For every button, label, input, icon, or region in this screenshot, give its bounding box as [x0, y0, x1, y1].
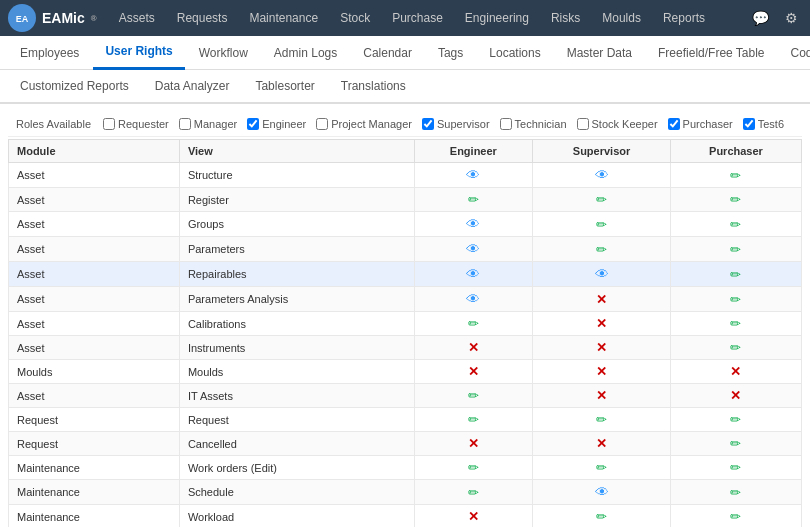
role-engineer[interactable]: Engineer — [247, 118, 306, 130]
tab-admin-logs[interactable]: Admin Logs — [262, 36, 349, 70]
pencil-icon[interactable]: ✏ — [596, 192, 607, 207]
eye-icon[interactable]: 👁 — [466, 241, 480, 257]
role-test6[interactable]: Test6 — [743, 118, 784, 130]
role-requester-checkbox[interactable] — [103, 118, 115, 130]
cross-icon[interactable]: ✕ — [596, 316, 607, 331]
role-purchaser[interactable]: Purchaser — [668, 118, 733, 130]
pencil-icon[interactable]: ✏ — [730, 412, 741, 427]
cross-icon[interactable]: ✕ — [596, 436, 607, 451]
subnav-tablesorter[interactable]: Tablesorter — [243, 71, 326, 101]
role-engineer-checkbox[interactable] — [247, 118, 259, 130]
tab-tags[interactable]: Tags — [426, 36, 475, 70]
nav-engineering[interactable]: Engineering — [455, 5, 539, 31]
pencil-icon[interactable]: ✏ — [730, 292, 741, 307]
role-technician-label: Technician — [515, 118, 567, 130]
nav-purchase[interactable]: Purchase — [382, 5, 453, 31]
tab-master-data[interactable]: Master Data — [555, 36, 644, 70]
cell-supervisor: 👁 — [533, 262, 671, 287]
pencil-icon[interactable]: ✏ — [730, 316, 741, 331]
pencil-icon[interactable]: ✏ — [730, 217, 741, 232]
chat-icon[interactable]: 💬 — [748, 6, 773, 30]
role-test6-checkbox[interactable] — [743, 118, 755, 130]
eye-icon[interactable]: 👁 — [595, 484, 609, 500]
logo[interactable]: EA EAMic® — [8, 4, 97, 32]
tab-employees[interactable]: Employees — [8, 36, 91, 70]
subnav-customized-reports[interactable]: Customized Reports — [8, 71, 141, 101]
role-supervisor-checkbox[interactable] — [422, 118, 434, 130]
eye-icon[interactable]: 👁 — [466, 266, 480, 282]
pencil-icon[interactable]: ✏ — [596, 242, 607, 257]
pencil-icon[interactable]: ✏ — [730, 192, 741, 207]
cell-supervisor: ✕ — [533, 384, 671, 408]
nav-maintenance[interactable]: Maintenance — [239, 5, 328, 31]
tab-workflow[interactable]: Workflow — [187, 36, 260, 70]
nav-assets[interactable]: Assets — [109, 5, 165, 31]
cross-icon[interactable]: ✕ — [468, 364, 479, 379]
pencil-icon[interactable]: ✏ — [730, 436, 741, 451]
cross-icon[interactable]: ✕ — [596, 340, 607, 355]
pencil-icon[interactable]: ✏ — [596, 509, 607, 524]
tab-locations[interactable]: Locations — [477, 36, 552, 70]
cross-icon[interactable]: ✕ — [730, 364, 741, 379]
pencil-icon[interactable]: ✏ — [596, 460, 607, 475]
cross-icon[interactable]: ✕ — [596, 364, 607, 379]
pencil-icon[interactable]: ✏ — [468, 192, 479, 207]
role-project-manager-checkbox[interactable] — [316, 118, 328, 130]
cross-icon[interactable]: ✕ — [596, 388, 607, 403]
eye-icon[interactable]: 👁 — [466, 167, 480, 183]
pencil-icon[interactable]: ✏ — [468, 460, 479, 475]
eye-icon[interactable]: 👁 — [466, 216, 480, 232]
col-purchaser: Purchaser — [670, 140, 801, 163]
eye-icon[interactable]: 👁 — [595, 167, 609, 183]
pencil-icon[interactable]: ✏ — [730, 168, 741, 183]
role-project-manager[interactable]: Project Manager — [316, 118, 412, 130]
eye-icon[interactable]: 👁 — [466, 291, 480, 307]
tab-calendar[interactable]: Calendar — [351, 36, 424, 70]
pencil-icon[interactable]: ✏ — [468, 412, 479, 427]
pencil-icon[interactable]: ✏ — [730, 267, 741, 282]
pencil-icon[interactable]: ✏ — [730, 340, 741, 355]
pencil-icon[interactable]: ✏ — [730, 242, 741, 257]
subnav-data-analyzer[interactable]: Data Analyzer — [143, 71, 242, 101]
pencil-icon[interactable]: ✏ — [730, 509, 741, 524]
tab-user-rights[interactable]: User Rights — [93, 36, 184, 70]
pencil-icon[interactable]: ✏ — [468, 388, 479, 403]
cell-engineer: ✏ — [414, 456, 533, 480]
cross-icon[interactable]: ✕ — [596, 292, 607, 307]
pencil-icon[interactable]: ✏ — [468, 316, 479, 331]
role-technician-checkbox[interactable] — [500, 118, 512, 130]
tab-code[interactable]: Code — [779, 36, 810, 70]
pencil-icon[interactable]: ✏ — [730, 460, 741, 475]
third-navbar: Customized Reports Data Analyzer Tableso… — [0, 70, 810, 104]
cell-purchaser: ✕ — [670, 360, 801, 384]
pencil-icon[interactable]: ✏ — [596, 412, 607, 427]
nav-reports[interactable]: Reports — [653, 5, 715, 31]
role-manager[interactable]: Manager — [179, 118, 237, 130]
cell-module: Asset — [9, 212, 180, 237]
pencil-icon[interactable]: ✏ — [468, 485, 479, 500]
nav-stock[interactable]: Stock — [330, 5, 380, 31]
role-requester[interactable]: Requester — [103, 118, 169, 130]
pencil-icon[interactable]: ✏ — [730, 485, 741, 500]
subnav-translations[interactable]: Translations — [329, 71, 418, 101]
role-test6-label: Test6 — [758, 118, 784, 130]
nav-risks[interactable]: Risks — [541, 5, 590, 31]
nav-requests[interactable]: Requests — [167, 5, 238, 31]
table-row: Maintenance Workload ✕ ✏ ✏ — [9, 505, 802, 528]
tab-freefield[interactable]: Freefield/Free Table — [646, 36, 777, 70]
role-supervisor[interactable]: Supervisor — [422, 118, 490, 130]
role-stock-keeper[interactable]: Stock Keeper — [577, 118, 658, 130]
nav-moulds[interactable]: Moulds — [592, 5, 651, 31]
role-technician[interactable]: Technician — [500, 118, 567, 130]
role-stock-keeper-checkbox[interactable] — [577, 118, 589, 130]
settings-icon[interactable]: ⚙ — [781, 6, 802, 30]
cross-icon[interactable]: ✕ — [468, 340, 479, 355]
cell-view: Cancelled — [179, 432, 414, 456]
role-purchaser-checkbox[interactable] — [668, 118, 680, 130]
cross-icon[interactable]: ✕ — [730, 388, 741, 403]
cross-icon[interactable]: ✕ — [468, 509, 479, 524]
eye-icon[interactable]: 👁 — [595, 266, 609, 282]
role-manager-checkbox[interactable] — [179, 118, 191, 130]
cross-icon[interactable]: ✕ — [468, 436, 479, 451]
pencil-icon[interactable]: ✏ — [596, 217, 607, 232]
